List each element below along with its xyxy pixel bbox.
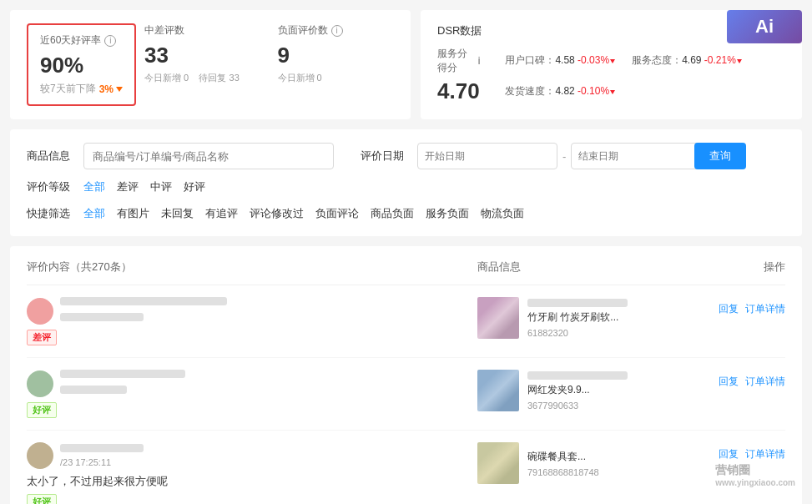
product-filter-label: 商品信息: [27, 149, 73, 164]
rating-badge-1: 差评: [27, 330, 477, 345]
review-action-1: 回复 订单详情: [702, 297, 785, 316]
date-separator: -: [562, 150, 566, 163]
product-search-input[interactable]: [83, 143, 334, 169]
dsr-service-score-value: 4.70: [437, 78, 480, 104]
table-row: 差评 竹牙刷 竹炭牙刷软... 61882320 回复 订单详情: [27, 285, 785, 358]
quick-tab-modified[interactable]: 评论修改过: [250, 204, 304, 223]
review-content-2: 好评: [27, 370, 477, 418]
rating-tab-mid[interactable]: 中评: [150, 178, 172, 196]
good-rate-sub: 较7天前下降 3%: [40, 82, 123, 96]
mid-bad-sub: 今日新增 0 待回复 33: [144, 72, 260, 84]
action-links-3: 回复 订单详情: [702, 447, 785, 461]
dsr-score-section: 服务分得分 i 4.70 用户口碑：4.58 -0.03% 服务态度：4.69 …: [437, 47, 785, 104]
quick-tab-followup[interactable]: 有追评: [205, 204, 238, 223]
reviewer-meta-1: [60, 297, 227, 325]
rating-tab-good[interactable]: 好评: [184, 178, 205, 196]
mid-bad-metric: 中差评数 33 今日新增 0 待回复 33: [144, 23, 277, 106]
product-name-3: 碗碟餐具套...: [527, 450, 599, 464]
reviewer-name-bar-1: [60, 297, 227, 305]
quick-filter-label: 快捷筛选: [27, 206, 73, 221]
review-content-3: /23 17:25:11 太小了，不过用起来很方便呢 好评: [27, 442, 477, 504]
product-info-2: 网红发夹9.9... 3677990633: [527, 371, 628, 411]
dsr-info-icon[interactable]: i: [478, 55, 481, 67]
table-section: 评价内容（共270条） 商品信息 操作 差评: [10, 246, 802, 504]
quick-filter-tabs: 全部 有图片 未回复 有追评 评论修改过 负面评论 商品负面 服务负面 物流负面: [83, 204, 524, 223]
review-product-3: 碗碟餐具套... 79168868818748: [477, 442, 702, 484]
col-header-content: 评价内容（共270条）: [27, 260, 477, 275]
good-rate-info-icon[interactable]: i: [104, 35, 116, 47]
review-product-2: 网红发夹9.9... 3677990633: [477, 370, 702, 411]
reviewer-name-bar-3: [60, 370, 185, 378]
mid-bad-value: 33: [144, 43, 260, 68]
product-id-1: 61882320: [527, 328, 628, 338]
rating-tabs: 全部 差评 中评 好评: [83, 178, 205, 196]
reviewer-name-bar-4: [60, 386, 127, 394]
product-thumb-1: [477, 297, 519, 339]
reviewer-name-bar-5: [60, 444, 144, 452]
quick-tab-logistics-neg[interactable]: 物流负面: [481, 204, 524, 223]
review-content-1: 差评: [27, 297, 477, 345]
date-filter-label: 评价日期: [361, 149, 407, 164]
rating-tab-bad[interactable]: 差评: [117, 178, 139, 196]
ai-badge[interactable]: Ai: [727, 10, 802, 43]
dsr-sub-scores: 用户口碑：4.58 -0.03% 服务态度：4.69 -0.21% 发货速度：4…: [505, 53, 785, 98]
col-header-product: 商品信息: [477, 260, 702, 275]
table-row: /23 17:25:11 太小了，不过用起来很方便呢 好评 碗碟餐具套... 7…: [27, 431, 785, 504]
quick-tab-no-reply[interactable]: 未回复: [161, 204, 194, 223]
product-info-1: 竹牙刷 竹炭牙刷软... 61882320: [527, 299, 628, 338]
product-id-3: 79168868818748: [527, 467, 599, 477]
rating-tab-all[interactable]: 全部: [83, 178, 105, 196]
filter-section: 商品信息 评价日期 - 📅 查询 评价等级 全部 差评 中评 好评 快捷筛选: [10, 129, 802, 236]
reviewer-date-3: /23 17:25:11: [60, 457, 144, 467]
reviewer-meta-3: /23 17:25:11: [60, 444, 144, 467]
good-rate-down-badge: 3%: [99, 83, 123, 95]
product-info-3: 碗碟餐具套... 79168868818748: [527, 450, 599, 477]
rating-data-card: 近60天好评率 i 90% 较7天前下降 3% 中差评数 33: [10, 10, 411, 119]
filter-row-3: 快捷筛选 全部 有图片 未回复 有追评 评论修改过 负面评论 商品负面 服务负面…: [27, 204, 785, 223]
rating-filter-label: 评价等级: [27, 179, 73, 194]
order-detail-link-3[interactable]: 订单详情: [745, 447, 785, 461]
mid-bad-label: 中差评数: [144, 23, 260, 38]
dsr-main-score: 服务分得分 i 4.70: [437, 47, 480, 104]
good-rate-value: 90%: [40, 53, 123, 78]
product-thumb-2: [477, 370, 519, 411]
quick-tab-product-neg[interactable]: 商品负面: [371, 204, 414, 223]
down-arrow-icon: [116, 87, 123, 92]
rating-badge-2: 好评: [27, 402, 477, 418]
date-start-input[interactable]: [417, 143, 557, 169]
dsr-service-score-label: 服务分得分 i: [437, 47, 480, 75]
negative-count-sub: 今日新增 0: [278, 72, 394, 84]
reviewer-meta-2: [60, 370, 185, 397]
table-row: 好评 网红发夹9.9... 3677990633 回复 订单详情: [27, 358, 785, 431]
negative-count-label: 负面评价数 i: [278, 23, 394, 38]
review-action-2: 回复 订单详情: [702, 370, 785, 389]
product-id-2: 3677990633: [527, 401, 628, 411]
quick-tab-with-image[interactable]: 有图片: [117, 204, 149, 223]
product-name-2: 网红发夹9.9...: [527, 383, 628, 397]
date-end-input[interactable]: [571, 143, 711, 169]
reviewer-info-1: [27, 297, 477, 325]
good-rate-label: 近60天好评率 i: [40, 33, 123, 48]
reply-link-2[interactable]: 回复: [719, 375, 739, 389]
good-rate-metric: 近60天好评率 i 90% 较7天前下降 3%: [27, 23, 136, 106]
quick-tab-negative[interactable]: 负面评论: [315, 204, 359, 223]
order-detail-link-1[interactable]: 订单详情: [745, 302, 785, 316]
order-detail-link-2[interactable]: 订单详情: [745, 375, 785, 389]
negative-count-info-icon[interactable]: i: [331, 25, 343, 37]
reviewer-name-bar-2: [60, 313, 144, 321]
reviewer-info-2: [27, 370, 477, 397]
review-product-1: 竹牙刷 竹炭牙刷软... 61882320: [477, 297, 702, 339]
filter-row-1: 商品信息 评价日期 - 📅 查询: [27, 143, 785, 169]
filter-row-2: 评价等级 全部 差评 中评 好评: [27, 178, 785, 196]
dsr-sub-item-0: 用户口碑：4.58 -0.03%: [505, 53, 615, 68]
negative-count-value: 9: [278, 43, 394, 68]
rating-badge-3: 好评: [27, 494, 477, 504]
reply-link-3[interactable]: 回复: [719, 447, 739, 461]
query-button[interactable]: 查询: [694, 143, 746, 169]
quick-tab-all[interactable]: 全部: [83, 204, 105, 223]
col-header-action: 操作: [702, 260, 785, 275]
quick-tab-service-neg[interactable]: 服务负面: [426, 204, 469, 223]
reply-link-1[interactable]: 回复: [719, 302, 739, 316]
avatar-2: [27, 370, 53, 397]
review-action-3: 回复 订单详情: [702, 442, 785, 461]
